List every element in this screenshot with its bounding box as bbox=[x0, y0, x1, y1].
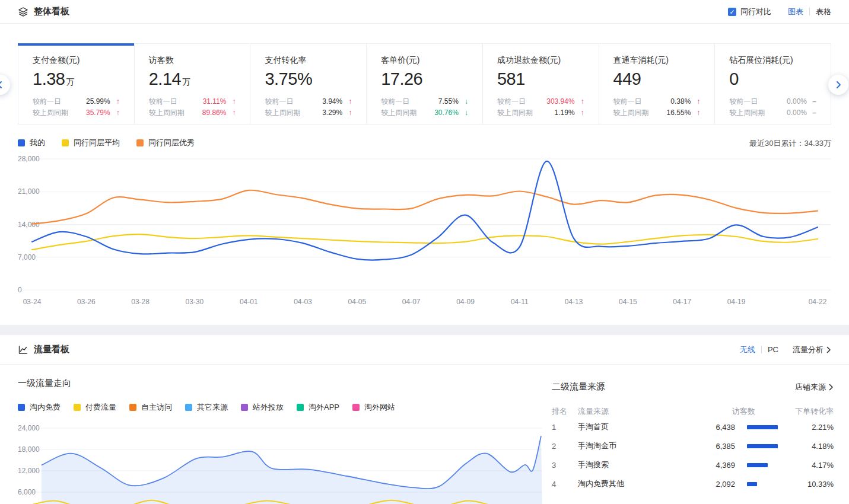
kpi-compare-row: 较前一日31.11%↑ bbox=[149, 96, 236, 107]
kpi-compare-row: 较前一日7.55%↓ bbox=[381, 96, 468, 107]
source-rank: 1 bbox=[552, 423, 578, 432]
kpi-card-3[interactable]: 支付转化率3.75%较前一日3.94%↑较上周同期3.29%↑ bbox=[250, 43, 367, 125]
layers-icon bbox=[18, 7, 28, 17]
legend-item[interactable]: 其它来源 bbox=[185, 402, 228, 413]
kpi-compare-row: 较前一日303.94%↑ bbox=[497, 96, 584, 107]
source-visitors: 6,385 bbox=[676, 442, 735, 451]
kpi-title: 成功退款金额(元) bbox=[497, 55, 584, 66]
legend-item[interactable]: 同行同层优秀 bbox=[136, 138, 195, 148]
kpi-compare-row: 较上周同期30.76%↓ bbox=[381, 107, 468, 119]
svg-text:04-22: 04-22 bbox=[809, 298, 827, 306]
overall-chart-legend: 我的同行同层平均同行同层优秀 bbox=[18, 138, 211, 148]
chevron-right-icon bbox=[829, 384, 834, 391]
peer-compare-label[interactable]: 同行对比 bbox=[740, 7, 771, 17]
source-conversion: 4.17% bbox=[780, 461, 834, 470]
view-toggle-table[interactable]: 表格 bbox=[816, 7, 831, 17]
overall-panel: 整体看板 ✓ 同行对比 图表 表格 支付金额(元)1.38万较前一日25.99%… bbox=[0, 0, 849, 325]
traffic-source-row[interactable]: 3手淘搜索4,3694.17% bbox=[552, 455, 834, 474]
svg-text:04-15: 04-15 bbox=[619, 298, 637, 306]
svg-text:04-09: 04-09 bbox=[456, 298, 475, 306]
kpi-compare-row: 较上周同期35.79%↑ bbox=[33, 107, 120, 119]
svg-text:04-13: 04-13 bbox=[565, 298, 583, 306]
visitors-bar bbox=[747, 425, 778, 429]
col-name: 流量来源 bbox=[578, 406, 676, 417]
kpi-title: 直通车消耗(元) bbox=[613, 55, 701, 66]
source-visitors: 2,092 bbox=[676, 480, 735, 489]
col-visitors: 访客数 bbox=[676, 406, 755, 417]
legend-item[interactable]: 我的 bbox=[18, 138, 45, 148]
shop-sources-link[interactable]: 店铺来源 bbox=[795, 382, 834, 393]
chevron-left-icon bbox=[0, 80, 5, 90]
kpi-title: 客单价(元) bbox=[381, 55, 468, 66]
legend-label: 淘内免费 bbox=[30, 402, 61, 413]
traffic-source-row[interactable]: 4淘内免费其他2,09210.33% bbox=[552, 474, 834, 493]
kpi-card-2[interactable]: 访客数2.14万较前一日31.11%↑较上周同期89.86%↑ bbox=[134, 43, 251, 125]
svg-text:18,000: 18,000 bbox=[18, 445, 40, 454]
kpi-compare-row: 较前一日3.94%↑ bbox=[265, 96, 352, 107]
svg-text:7,000: 7,000 bbox=[18, 253, 36, 261]
kpi-compare-row: 较上周同期89.86%↑ bbox=[149, 107, 236, 119]
traffic-panel: 流量看板 无线 PC 流量分析 一级流量走向 淘内免费付费流量自主访问其它来源站… bbox=[0, 335, 849, 504]
legend-label: 淘外网站 bbox=[364, 402, 395, 413]
legend-swatch bbox=[297, 404, 304, 411]
kpi-compare-row: 较前一日0.00%– bbox=[729, 96, 816, 107]
kpi-title: 钻石展位消耗(元) bbox=[729, 55, 816, 66]
svg-text:0: 0 bbox=[18, 286, 22, 294]
kpi-value: 1.38万 bbox=[33, 69, 120, 89]
kpi-title: 访客数 bbox=[149, 55, 236, 66]
legend-item[interactable]: 自主访问 bbox=[129, 402, 172, 413]
visitors-bar bbox=[747, 444, 778, 448]
sources-title: 二级流量来源 bbox=[552, 381, 605, 393]
legend-swatch bbox=[136, 139, 144, 146]
carousel-next-button[interactable] bbox=[828, 75, 848, 95]
source-visitors: 4,369 bbox=[676, 461, 735, 470]
legend-swatch bbox=[185, 404, 192, 411]
legend-item[interactable]: 淘外网站 bbox=[352, 402, 395, 413]
svg-text:03-30: 03-30 bbox=[186, 298, 204, 306]
svg-text:03-24: 03-24 bbox=[23, 298, 42, 306]
legend-label: 付费流量 bbox=[85, 402, 116, 413]
kpi-card-4[interactable]: 客单价(元)17.26较前一日7.55%↓较上周同期30.76%↓ bbox=[366, 43, 483, 125]
carousel-prev-button[interactable] bbox=[0, 75, 10, 95]
kpi-compare-row: 较上周同期0.00%– bbox=[729, 107, 816, 119]
legend-swatch bbox=[129, 404, 136, 411]
legend-item[interactable]: 站外投放 bbox=[241, 402, 284, 413]
source-name: 淘内免费其他 bbox=[578, 479, 676, 489]
traffic-source-row[interactable]: 1手淘首页6,4382.21% bbox=[552, 417, 834, 436]
legend-item[interactable]: 付费流量 bbox=[74, 402, 116, 413]
legend-item[interactable]: 同行同层平均 bbox=[62, 138, 120, 148]
traffic-source-row[interactable]: 2手淘淘金币6,3854.18% bbox=[552, 436, 834, 455]
kpi-value: 0 bbox=[729, 69, 816, 89]
source-conversion: 2.21% bbox=[780, 423, 834, 432]
legend-label: 自主访问 bbox=[141, 402, 172, 413]
svg-text:04-01: 04-01 bbox=[240, 298, 258, 306]
legend-label: 其它来源 bbox=[197, 402, 228, 413]
shop-sources-label: 店铺来源 bbox=[795, 382, 826, 393]
kpi-compare-row: 较上周同期16.55%↑ bbox=[613, 107, 701, 119]
kpi-title: 支付转化率 bbox=[265, 55, 352, 66]
peer-compare-checkbox[interactable]: ✓ bbox=[728, 8, 736, 16]
kpi-card-6[interactable]: 直通车消耗(元)449较前一日0.38%↑较上周同期16.55%↑ bbox=[599, 43, 716, 125]
sources-table-body: 1手淘首页6,4382.21%2手淘淘金币6,3854.18%3手淘搜索4,36… bbox=[552, 417, 834, 493]
overall-header: 整体看板 ✓ 同行对比 图表 表格 bbox=[0, 0, 849, 24]
legend-label: 我的 bbox=[30, 138, 45, 148]
legend-swatch bbox=[18, 404, 25, 411]
svg-text:24,000: 24,000 bbox=[18, 424, 40, 432]
legend-swatch bbox=[74, 404, 81, 411]
chevron-right-icon bbox=[834, 80, 843, 90]
sources-table-header: 排名 流量来源 访客数 下单转化率 bbox=[552, 406, 834, 417]
kpi-card-5[interactable]: 成功退款金额(元)581较前一日303.94%↑较上周同期1.19%↑ bbox=[482, 43, 599, 125]
legend-item[interactable]: 淘外APP bbox=[297, 402, 339, 413]
kpi-card-1[interactable]: 支付金额(元)1.38万较前一日25.99%↑较上周同期35.79%↑ bbox=[18, 43, 135, 125]
kpi-card-7[interactable]: 钻石展位消耗(元)0较前一日0.00%–较上周同期0.00%– bbox=[714, 43, 831, 125]
kpi-value: 17.26 bbox=[381, 69, 468, 89]
svg-text:04-05: 04-05 bbox=[348, 298, 367, 306]
traffic-chart-legend: 淘内免费付费流量自主访问其它来源站外投放淘外APP淘外网站 bbox=[18, 402, 408, 413]
legend-item[interactable]: 淘内免费 bbox=[18, 402, 61, 413]
view-toggle-chart[interactable]: 图表 bbox=[788, 7, 803, 17]
traffic-panel-title: 流量看板 bbox=[34, 344, 69, 355]
kpi-compare-row: 较前一日0.38%↑ bbox=[613, 96, 701, 107]
col-rank: 排名 bbox=[552, 406, 578, 417]
legend-label: 站外投放 bbox=[253, 402, 284, 413]
kpi-compare-row: 较上周同期1.19%↑ bbox=[497, 107, 584, 119]
